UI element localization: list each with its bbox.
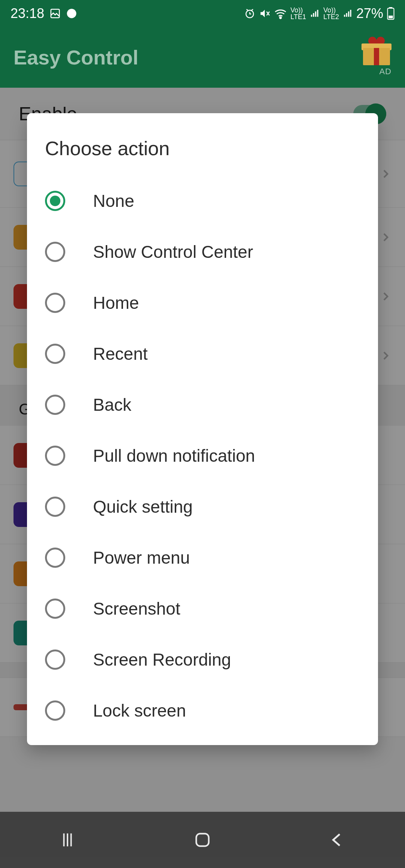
radio-icon (45, 446, 65, 466)
radio-icon (45, 242, 65, 262)
dialog-option[interactable]: Screenshot (27, 583, 378, 634)
gift-icon (362, 38, 392, 65)
alarm-icon (244, 8, 255, 19)
dialog-option[interactable]: Lock screen (27, 685, 378, 736)
gift-ad[interactable]: AD (362, 38, 392, 76)
dialog-option-label: Recent (93, 344, 148, 364)
lte1-icon: Vo))LTE1 (291, 7, 306, 20)
dialog-option-label: Show Control Center (93, 242, 253, 262)
dialog-option[interactable]: Pull down notification (27, 430, 378, 481)
recents-button[interactable] (38, 831, 98, 849)
dialog-option-label: Screenshot (93, 599, 180, 619)
svg-rect-6 (388, 16, 393, 18)
radio-icon (45, 344, 65, 364)
dialog-option-label: Screen Recording (93, 650, 231, 670)
mute-icon (259, 8, 270, 19)
choose-action-dialog: Choose action NoneShow Control CenterHom… (27, 113, 378, 745)
radio-icon (45, 700, 65, 721)
svg-rect-5 (389, 7, 393, 8)
radio-icon (45, 650, 65, 670)
navigation-bar (0, 812, 405, 868)
radio-icon (45, 191, 65, 211)
status-bar: 23:18 Vo))LTE1 Vo))LTE2 27% (0, 0, 405, 27)
dialog-option-label: None (93, 191, 134, 211)
radio-icon (45, 497, 65, 517)
dialog-option[interactable]: None (27, 175, 378, 226)
svg-rect-7 (196, 834, 208, 846)
status-left: 23:18 (10, 6, 77, 21)
battery-percent: 27% (356, 6, 383, 21)
dialog-option[interactable]: Quick setting (27, 481, 378, 532)
dialog-option-label: Back (93, 395, 131, 415)
status-time: 23:18 (10, 6, 44, 21)
dialog-option[interactable]: Show Control Center (27, 226, 378, 277)
dialog-option[interactable]: Recent (27, 328, 378, 379)
dialog-option-label: Home (93, 293, 139, 313)
radio-icon (45, 395, 65, 415)
face-icon (66, 8, 77, 19)
dialog-option[interactable]: Back (27, 379, 378, 430)
app-title: Easy Control (14, 46, 138, 69)
dialog-option-label: Quick setting (93, 497, 193, 517)
radio-icon (45, 599, 65, 619)
ad-label: AD (379, 67, 392, 76)
status-right: Vo))LTE1 Vo))LTE2 27% (244, 6, 394, 21)
image-icon (50, 8, 61, 19)
dialog-option-label: Lock screen (93, 700, 186, 721)
dialog-options: NoneShow Control CenterHomeRecentBackPul… (27, 175, 378, 736)
dialog-title: Choose action (27, 132, 378, 175)
battery-icon (387, 7, 394, 20)
lte2-icon: Vo))LTE2 (323, 7, 339, 20)
wifi-icon (274, 8, 287, 19)
signal1-icon (310, 9, 320, 18)
dialog-option[interactable]: Screen Recording (27, 634, 378, 685)
radio-icon (45, 293, 65, 313)
dialog-option[interactable]: Power menu (27, 532, 378, 583)
dialog-option[interactable]: Home (27, 277, 378, 328)
app-bar: Easy Control AD (0, 27, 405, 88)
back-button[interactable] (308, 831, 368, 849)
dialog-option-label: Pull down notification (93, 446, 255, 466)
svg-point-3 (279, 17, 281, 18)
svg-point-1 (67, 9, 76, 18)
dialog-option-label: Power menu (93, 548, 190, 568)
signal2-icon (343, 9, 352, 18)
radio-icon (45, 548, 65, 568)
home-button[interactable] (172, 831, 232, 849)
